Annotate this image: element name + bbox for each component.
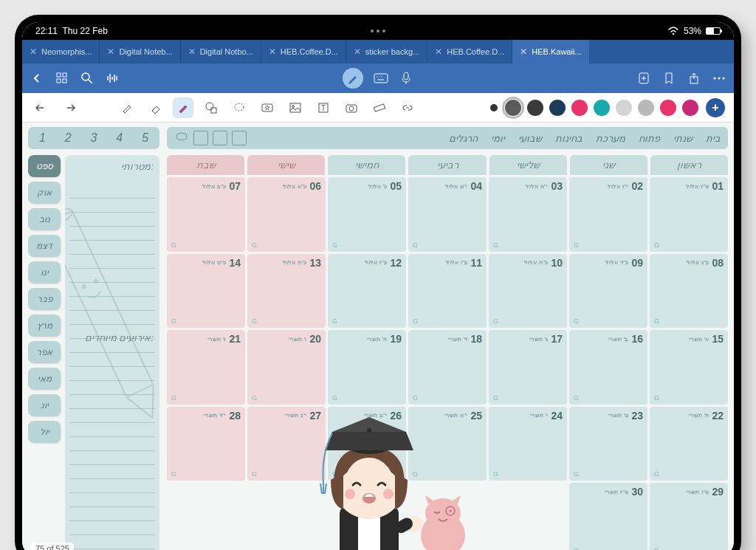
color-swatch[interactable]	[616, 100, 632, 116]
document-tab[interactable]: ✕HEB.Coffee.D...	[427, 40, 512, 63]
color-swatch[interactable]	[638, 100, 654, 116]
calendar-cell[interactable]: ח' תשרי22G	[650, 407, 728, 481]
close-tab-icon[interactable]: ✕	[269, 47, 276, 57]
day-header[interactable]: רביעי	[408, 155, 486, 175]
calendar-cell[interactable]: ט"ו תשרי29G	[650, 483, 728, 550]
document-tab[interactable]: ✕Neomorphis...	[22, 40, 100, 63]
close-tab-icon[interactable]: ✕	[107, 47, 114, 57]
calendar-cell[interactable]: ט' תשרי23G	[569, 407, 647, 481]
calendar-cell[interactable]: ג' תשרי17G	[489, 330, 567, 405]
month-tab[interactable]: יול	[28, 421, 61, 443]
month-tab[interactable]: פבר	[28, 288, 61, 310]
calendar-cell[interactable]: ז' תשרי21G	[167, 330, 245, 405]
month-tab[interactable]: ספט	[28, 155, 61, 177]
close-tab-icon[interactable]: ✕	[435, 47, 442, 57]
day-header[interactable]: חמישי	[328, 155, 405, 175]
stroke-size-icon[interactable]	[490, 104, 498, 111]
calendar-cell[interactable]: ט"ז אלול01G	[650, 177, 728, 252]
calendar-cell[interactable]: ה' תשרי19G	[328, 330, 406, 405]
day-header[interactable]: ראשון	[650, 155, 728, 175]
shape-tool-icon[interactable]	[201, 97, 221, 118]
view-icon-1[interactable]	[193, 131, 208, 145]
calendar-cell[interactable]: כ"ד אלול09G	[569, 254, 647, 329]
mic-icon[interactable]	[399, 71, 413, 86]
kawaii-character-sticker[interactable]	[288, 417, 495, 550]
month-tab[interactable]: נוב	[28, 208, 61, 230]
category-tab[interactable]: מערכת	[596, 133, 625, 144]
add-page-icon[interactable]	[636, 71, 651, 86]
calendar-cell[interactable]: כ"ב אלול07G	[167, 177, 245, 252]
calendar-cell[interactable]: כ"א אלול06G	[247, 177, 326, 252]
favorite-tool-icon[interactable]	[257, 97, 278, 118]
week-num[interactable]: 4	[116, 131, 123, 145]
color-swatch[interactable]	[682, 100, 698, 116]
calendar-cell[interactable]: ט"ז תשרי30G	[569, 483, 647, 550]
week-numbers[interactable]: 12345	[28, 127, 159, 149]
month-tab[interactable]: ינו	[28, 261, 61, 283]
document-tab[interactable]: ✕sticker backg...	[346, 40, 427, 63]
month-tab[interactable]: מרץ	[28, 314, 61, 337]
document-tab[interactable]: ✕Digital Noteb...	[100, 40, 180, 63]
back-icon[interactable]	[30, 71, 44, 86]
color-swatch[interactable]	[660, 100, 676, 116]
calendar-cell[interactable]: א' תשרי15G	[650, 330, 728, 405]
category-tab[interactable]: פתוח	[639, 133, 660, 144]
brain-icon[interactable]	[174, 131, 189, 145]
calendar-cell[interactable]: כ"ז אלול12G	[328, 254, 406, 329]
color-swatch[interactable]	[594, 100, 610, 116]
image-tool-icon[interactable]	[285, 97, 306, 118]
bookmark-icon[interactable]	[662, 71, 676, 86]
calendar-cell[interactable]: כ"ה אלול10G	[489, 254, 567, 329]
document-tab[interactable]: ✕Digital Notbo...	[181, 40, 261, 63]
highlighter-tool-icon[interactable]	[173, 97, 193, 118]
category-tab[interactable]: הרגלים	[449, 133, 478, 144]
close-tab-icon[interactable]: ✕	[354, 47, 361, 57]
color-swatch[interactable]	[505, 100, 521, 116]
more-icon[interactable]	[712, 71, 726, 86]
month-tab[interactable]: יונ	[28, 394, 61, 416]
view-icon-2[interactable]	[213, 131, 227, 145]
share-icon[interactable]	[687, 71, 701, 86]
document-tab[interactable]: ✕HEB.Kawaii...	[512, 40, 589, 63]
week-num[interactable]: 5	[142, 131, 148, 145]
close-tab-icon[interactable]: ✕	[188, 47, 196, 57]
category-tab[interactable]: שבועי	[518, 133, 542, 144]
color-swatch[interactable]	[549, 100, 566, 116]
calendar-cell[interactable]: י"ט אלול04G	[408, 177, 487, 252]
calendar-cell[interactable]: כ"ח אלול13G	[247, 254, 326, 329]
week-num[interactable]: 1	[39, 131, 46, 145]
day-header[interactable]: שלישי	[489, 155, 567, 175]
day-header[interactable]: שישי	[247, 155, 325, 175]
calendar-cell[interactable]: י' תשרי24G	[489, 407, 567, 481]
category-tab[interactable]: בית	[706, 133, 721, 144]
week-num[interactable]: 2	[65, 131, 72, 145]
search-icon[interactable]	[80, 71, 94, 86]
notes-panel[interactable]: מטרותי: אירועים מיוחדים:	[65, 155, 159, 550]
pen-tool-icon[interactable]	[117, 97, 137, 118]
category-tab[interactable]: יומי	[491, 133, 505, 144]
multitask-dots[interactable]	[371, 30, 385, 32]
grid-icon[interactable]	[55, 71, 69, 86]
day-header[interactable]: שני	[570, 155, 647, 175]
calendar-cell[interactable]: כ"ג אלול08G	[650, 254, 728, 329]
day-header[interactable]: שבת	[167, 155, 244, 175]
audio-icon[interactable]	[105, 71, 120, 86]
calendar-cell[interactable]: י"ז אלול02G	[569, 177, 647, 252]
color-swatch[interactable]	[527, 100, 543, 116]
calendar-cell[interactable]: כ"ו אלול11G	[408, 254, 487, 329]
lasso-tool-icon[interactable]	[229, 97, 250, 118]
color-swatch[interactable]	[571, 100, 588, 116]
text-tool-icon[interactable]: T	[313, 97, 334, 118]
month-tab[interactable]: אפר	[28, 341, 61, 363]
keyboard-icon[interactable]	[374, 71, 388, 86]
calendar-cell[interactable]: ב' תשרי16G	[569, 330, 647, 405]
close-tab-icon[interactable]: ✕	[520, 47, 527, 57]
calendar-cell[interactable]: י"ח אלול03G	[489, 177, 567, 252]
close-tab-icon[interactable]: ✕	[30, 47, 37, 57]
category-tab[interactable]: שנתי	[673, 133, 693, 144]
document-tab[interactable]: ✕HEB.Coffee.D...	[261, 40, 346, 63]
calendar-cell[interactable]: ו' תשרי20G	[247, 330, 326, 405]
week-num[interactable]: 3	[91, 131, 97, 145]
link-tool-icon[interactable]	[397, 97, 418, 118]
month-tab[interactable]: מאי	[28, 368, 61, 390]
